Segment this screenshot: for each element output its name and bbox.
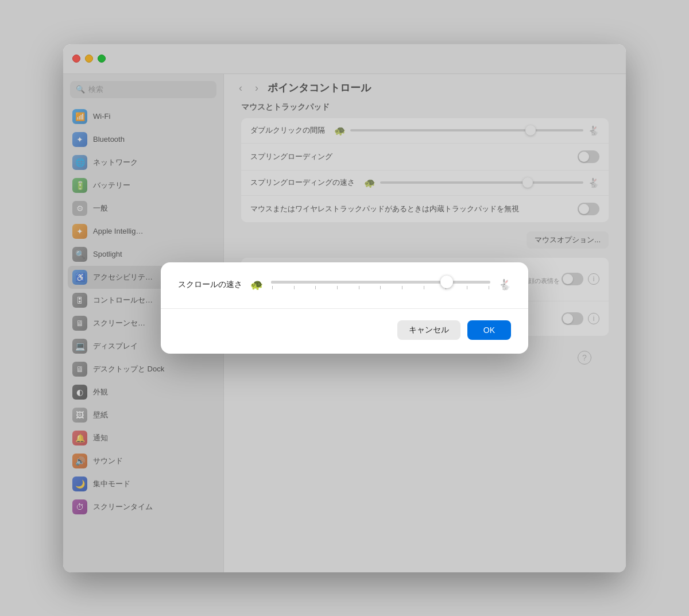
main-window: 🔍 検索 📶 Wi-Fi ✦ Bluetooth 🌐 ネットワーク 🔋 バッテリ… (63, 44, 626, 572)
modal-slow-icon: 🐢 (250, 278, 263, 291)
tick (315, 286, 316, 289)
modal-body: スクロールの速さ 🐢 (161, 262, 528, 308)
modal-scroll-label: スクロールの速さ (178, 280, 242, 290)
tick (359, 286, 359, 289)
modal-footer: キャンセル OK (161, 320, 528, 354)
modal-slider-row: スクロールの速さ 🐢 (178, 278, 511, 291)
tick-marks (271, 286, 490, 289)
tick (337, 286, 338, 289)
tick (294, 286, 295, 289)
modal-fast-icon: 🐇 (498, 278, 511, 291)
cancel-button[interactable]: キャンセル (397, 320, 460, 340)
tick (424, 286, 424, 289)
modal-overlay: スクロールの速さ 🐢 (63, 44, 626, 572)
tick (467, 286, 467, 289)
tick (402, 286, 402, 289)
ok-button[interactable]: OK (467, 320, 511, 340)
modal-slider-thumb[interactable] (440, 276, 453, 288)
modal-slider-track[interactable] (271, 281, 490, 284)
scroll-speed-modal: スクロールの速さ 🐢 (161, 262, 528, 354)
modal-divider (161, 308, 528, 309)
tick (489, 286, 489, 289)
modal-slider-fill (271, 281, 447, 284)
tick (272, 286, 273, 289)
tick (380, 286, 381, 289)
modal-slider-container (271, 281, 490, 289)
